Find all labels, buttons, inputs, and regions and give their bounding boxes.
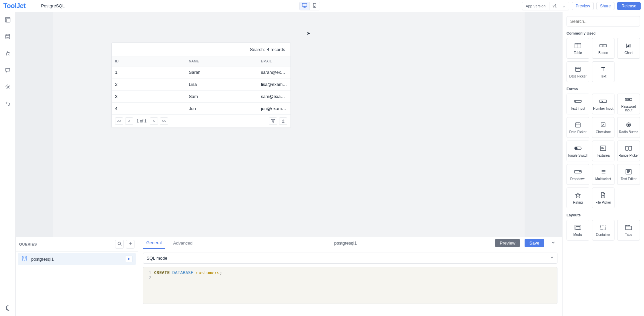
component-chart[interactable]: Chart xyxy=(617,38,640,59)
svg-point-9 xyxy=(25,258,26,258)
table-row[interactable]: 2Lisalisa@example.cor xyxy=(112,78,290,91)
component-radio-button[interactable]: Radio Button xyxy=(617,117,640,138)
dropdown-icon xyxy=(574,168,582,175)
chevron-down-icon xyxy=(550,256,554,261)
component-textarea[interactable]: Textarea xyxy=(592,141,615,161)
column-header-id[interactable]: ID xyxy=(112,56,185,66)
component-number-input[interactable]: Number Input xyxy=(592,94,615,114)
component-date-picker[interactable]: Date Picker xyxy=(567,61,589,82)
postgres-icon xyxy=(21,256,28,262)
queries-title: QUERIES xyxy=(19,242,113,246)
cell-id: 4 xyxy=(112,103,185,114)
download-icon xyxy=(281,119,285,123)
mobile-view-button[interactable] xyxy=(310,2,320,10)
svg-point-21 xyxy=(628,99,629,100)
settings-icon[interactable] xyxy=(4,83,11,91)
editor-query-name[interactable]: postgresql1 xyxy=(334,241,357,246)
component-file-picker[interactable]: File Picker xyxy=(592,188,615,208)
svg-point-20 xyxy=(627,99,627,100)
page-explorer-icon[interactable] xyxy=(4,16,11,23)
component-multiselect[interactable]: Multiselect xyxy=(592,164,615,185)
page-first-button[interactable]: << xyxy=(115,117,123,125)
theme-toggle-icon[interactable] xyxy=(4,304,11,311)
app-version-value[interactable]: v1 xyxy=(549,2,569,10)
chevron-down-icon xyxy=(551,240,555,246)
play-icon xyxy=(127,257,130,262)
run-query-button[interactable] xyxy=(125,256,132,262)
svg-rect-24 xyxy=(601,123,605,127)
table-component[interactable]: Search: 4 records ID NAME EMAIL 1Sarahsa… xyxy=(111,42,291,128)
sql-editor[interactable]: 1CREATE DATABASE customers; 2 xyxy=(143,267,557,304)
component-search-input[interactable] xyxy=(567,16,640,27)
group-layouts: Layouts xyxy=(567,213,640,217)
database-icon[interactable] xyxy=(4,33,11,40)
component-modal[interactable]: Modal xyxy=(567,220,589,241)
undo-icon[interactable] xyxy=(4,100,11,107)
component-button[interactable]: OKButton xyxy=(592,38,615,59)
cell-email: lisa@example.cor xyxy=(258,78,290,90)
star-icon xyxy=(574,192,582,199)
query-options-button[interactable] xyxy=(549,240,557,246)
page-next-button[interactable]: > xyxy=(150,117,158,125)
table-row[interactable]: 3Samsam@example.co xyxy=(112,91,290,103)
column-header-email[interactable]: EMAIL xyxy=(258,56,290,66)
chart-icon xyxy=(625,42,632,49)
component-checkbox[interactable]: Checkbox xyxy=(592,117,615,138)
column-header-name[interactable]: NAME xyxy=(185,56,258,66)
component-dropdown[interactable]: Dropdown xyxy=(567,164,589,185)
sql-mode-select[interactable]: SQL mode xyxy=(143,253,557,264)
app-name-input[interactable] xyxy=(41,3,97,8)
share-button[interactable]: Share xyxy=(596,2,614,10)
component-date-picker-form[interactable]: Date Picker xyxy=(567,117,589,138)
svg-rect-16 xyxy=(576,67,580,71)
cell-email: sarah@example.c xyxy=(258,66,290,78)
component-rating[interactable]: Rating xyxy=(567,188,589,208)
debugger-icon[interactable] xyxy=(4,50,11,57)
svg-point-7 xyxy=(118,242,120,245)
toggle-icon xyxy=(574,145,582,152)
query-save-button[interactable]: Save xyxy=(525,239,544,247)
comments-icon[interactable] xyxy=(4,66,11,74)
add-query-button[interactable] xyxy=(126,240,135,249)
preview-button[interactable]: Preview xyxy=(572,2,594,10)
page-prev-button[interactable]: < xyxy=(125,117,133,125)
component-text-editor[interactable]: Text Editor xyxy=(617,164,640,185)
component-toggle-switch[interactable]: Toggle Switch xyxy=(567,141,589,161)
component-password-input[interactable]: Password Input xyxy=(617,94,640,114)
download-button[interactable] xyxy=(279,117,287,125)
table-row[interactable]: 4Jonjon@example.con xyxy=(112,103,290,115)
number-input-icon xyxy=(599,98,607,105)
component-container[interactable]: Container xyxy=(592,220,615,241)
range-icon xyxy=(625,145,632,152)
query-preview-button[interactable]: Preview xyxy=(495,239,520,247)
logo: ToolJet xyxy=(3,2,25,10)
button-icon: OK xyxy=(599,42,607,49)
sql-identifier: customers xyxy=(196,270,219,275)
calendar-icon xyxy=(574,66,582,72)
desktop-icon xyxy=(302,3,307,9)
release-button[interactable]: Release xyxy=(617,2,641,10)
svg-rect-35 xyxy=(576,226,580,229)
app-version-select[interactable]: App Version v1 xyxy=(522,2,569,10)
component-tabs[interactable]: Tabs xyxy=(617,220,640,241)
desktop-view-button[interactable] xyxy=(300,2,310,10)
svg-text:OK: OK xyxy=(602,45,605,47)
filter-button[interactable] xyxy=(269,117,277,125)
tab-general[interactable]: General xyxy=(143,237,165,249)
svg-rect-13 xyxy=(627,46,628,47)
search-queries-button[interactable] xyxy=(115,240,124,249)
text-editor-icon xyxy=(625,168,632,175)
component-text[interactable]: Text xyxy=(592,61,615,82)
component-range-picker[interactable]: Range Picker xyxy=(617,141,640,161)
svg-rect-36 xyxy=(600,225,606,230)
page-last-button[interactable]: >> xyxy=(160,117,168,125)
group-forms: Forms xyxy=(567,87,640,91)
query-item-postgresql1[interactable]: postgresql1 xyxy=(18,253,136,265)
query-item-name: postgresql1 xyxy=(31,257,122,262)
svg-rect-15 xyxy=(630,44,631,47)
component-table[interactable]: Table xyxy=(567,38,589,59)
tab-advanced[interactable]: Advanced xyxy=(170,237,196,249)
component-text-input[interactable]: Text Input xyxy=(567,94,589,114)
table-row[interactable]: 1Sarahsarah@example.c xyxy=(112,66,290,78)
cell-id: 2 xyxy=(112,78,185,90)
